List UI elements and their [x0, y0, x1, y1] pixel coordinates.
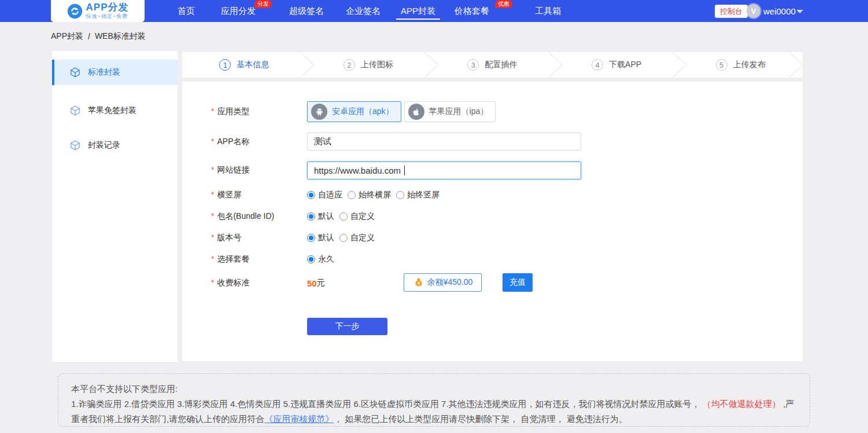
site-url-label: 网站链接	[211, 165, 307, 175]
money-bag-icon: ¥	[413, 277, 424, 288]
app-type-ios-button[interactable]: 苹果应用（ipa）	[404, 101, 496, 122]
radio-checked-icon	[307, 234, 315, 242]
app-type-android-button[interactable]: 安卓应用（apk）	[307, 101, 401, 122]
page: APP分发 快速~稳定~免费 首页 应用分发 分发 超级签名 企业签名 APP封…	[0, 0, 868, 433]
version-label: 版本号	[211, 233, 307, 243]
app-type-label: 应用类型	[211, 107, 307, 117]
console-button[interactable]: 控制台	[715, 5, 748, 18]
price-unit: 元	[317, 278, 325, 288]
step-basic-info: 1 基本信息	[182, 52, 306, 78]
radio-checked-icon	[307, 212, 315, 221]
step-separator-chevron	[423, 52, 440, 78]
nav-item-toolbox[interactable]: 工具箱	[535, 0, 561, 22]
step-configure-plugins: 3 配置插件	[430, 52, 555, 78]
radio-checked-icon	[307, 255, 315, 263]
notice-title: 本平台不支持以下类型应用:	[71, 381, 797, 397]
nav-item-app-packaging[interactable]: APP封装	[401, 0, 435, 22]
radio-unchecked-icon	[348, 191, 356, 199]
radio-option-always-landscape[interactable]: 始终横屏	[348, 190, 391, 200]
step-separator-chevron	[298, 52, 316, 78]
bundle-id-label: 包名(Bundle ID)	[211, 211, 307, 222]
balance-button[interactable]: ¥ 余额¥450.00	[404, 273, 482, 292]
breadcrumb-separator: /	[88, 32, 90, 41]
step-separator-chevron	[787, 52, 804, 78]
cube-icon	[70, 67, 80, 78]
wizard-stepper: 1 基本信息 2 上传图标 3 配置插件 4 下载APP 5 上传发布	[182, 52, 803, 78]
logo-icon	[67, 3, 83, 19]
recharge-button[interactable]: 充值	[503, 273, 533, 292]
cube-icon	[70, 140, 80, 151]
radio-option-version-default[interactable]: 默认	[307, 233, 334, 243]
nav-item-pricing[interactable]: 价格套餐 优惠	[455, 0, 489, 22]
active-nav-underline	[396, 19, 440, 20]
orientation-label: 横竖屏	[211, 190, 307, 200]
logo-title: APP分发	[86, 2, 129, 12]
step-upload-publish: 5 上传发布	[678, 52, 803, 78]
step-separator-chevron	[546, 52, 564, 78]
breadcrumb: APP封装 / WEB标准封装	[51, 22, 146, 51]
policy-notice: 本平台不支持以下类型应用: 1.诈骗类应用 2.借贷类应用 3.博彩类应用 4.…	[58, 373, 810, 427]
balance-label: 余额¥450.00	[427, 277, 473, 288]
radio-checked-icon	[307, 191, 315, 199]
apple-icon	[408, 104, 424, 120]
nav-item-super-signature[interactable]: 超级签名	[289, 0, 324, 22]
nav-badge-discount: 优惠	[495, 0, 512, 8]
nav-item-home[interactable]: 首页	[178, 0, 195, 22]
site-url-input[interactable]	[307, 162, 581, 179]
chevron-down-icon[interactable]	[796, 10, 803, 13]
radio-option-always-portrait[interactable]: 始终竖屏	[396, 190, 439, 200]
form-panel: 应用类型 安卓应用（apk）	[182, 82, 803, 361]
sidebar: 标准封装 苹果免签封装 封装记录	[52, 51, 178, 362]
nav-badge-distribution: 分发	[254, 0, 272, 8]
android-icon	[311, 104, 327, 120]
next-step-button[interactable]: 下一步	[307, 318, 387, 335]
nav-item-enterprise-signature[interactable]: 企业签名	[346, 0, 381, 22]
top-navbar: APP分发 快速~稳定~免费 首页 应用分发 分发 超级签名 企业签名 APP封…	[0, 0, 868, 22]
review-guidelines-link[interactable]: 《应用审核规范》	[264, 414, 334, 424]
radio-option-bundle-default[interactable]: 默认	[307, 211, 334, 222]
step-separator-chevron	[671, 52, 688, 78]
avatar[interactable]: V	[747, 4, 760, 18]
breadcrumb-parent[interactable]: APP封装	[51, 31, 83, 42]
radio-option-plan-permanent[interactable]: 永久	[307, 254, 334, 265]
logo-subtitle: 快速~稳定~免费	[86, 13, 129, 20]
cube-icon	[70, 105, 80, 116]
sidebar-item-apple-signfree-packaging[interactable]: 苹果免签封装	[52, 98, 178, 123]
logo[interactable]: APP分发 快速~稳定~免费	[51, 0, 145, 22]
nav-item-app-distribution[interactable]: 应用分发 分发	[221, 0, 256, 22]
radio-option-adaptive[interactable]: 自适应	[307, 190, 342, 200]
radio-option-version-custom[interactable]: 自定义	[339, 233, 375, 243]
step-upload-icon: 2 上传图标	[306, 52, 431, 78]
radio-unchecked-icon	[339, 212, 348, 221]
plan-label: 选择套餐	[211, 254, 307, 265]
radio-unchecked-icon	[396, 191, 404, 199]
app-name-input[interactable]	[307, 133, 581, 151]
app-name-label: APP名称	[211, 137, 307, 147]
sidebar-item-packaging-records[interactable]: 封装记录	[52, 133, 178, 158]
no-refund-warning: （均不做退款处理）	[703, 399, 781, 409]
step-download-app: 4 下载APP	[555, 52, 679, 78]
text-cursor	[404, 166, 405, 175]
price-label: 收费标准	[211, 278, 307, 288]
radio-unchecked-icon	[339, 234, 348, 242]
sidebar-item-standard-packaging[interactable]: 标准封装	[52, 60, 178, 85]
username[interactable]: wei0000	[763, 0, 796, 22]
price-amount: 50	[307, 278, 317, 288]
radio-option-bundle-custom[interactable]: 自定义	[339, 211, 375, 222]
breadcrumb-current: WEB标准封装	[95, 31, 146, 42]
notice-body: 1.诈骗类应用 2.借贷类应用 3.博彩类应用 4.色情类应用 5.违规直播类应…	[71, 397, 797, 427]
